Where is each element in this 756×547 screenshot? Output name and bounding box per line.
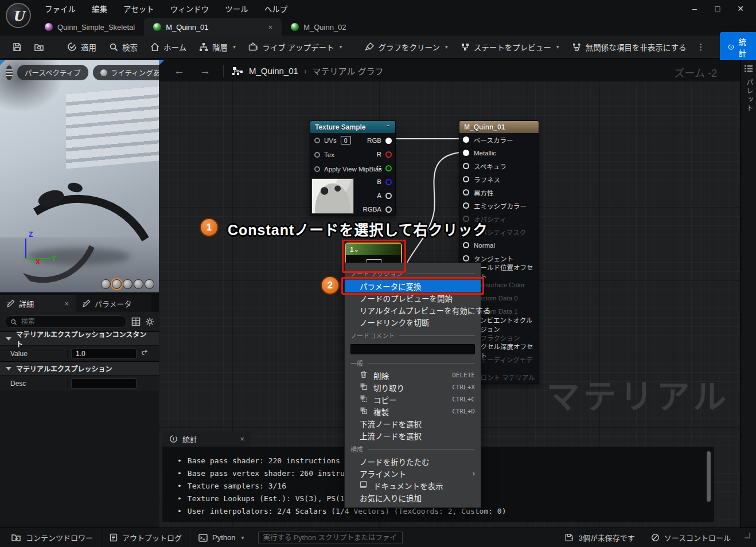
unsaved-assets-button[interactable]: * 3個が未保存です (556, 532, 642, 543)
collapse-chevron-icon[interactable]: ⌃ (386, 124, 391, 130)
menu-item-alignment[interactable]: アライメント› (345, 467, 481, 479)
category-material-expression[interactable]: マテリアルエクスプレッション (0, 361, 159, 375)
menu-item-cut[interactable]: 切り取りCTRL+X (345, 381, 481, 393)
menu-item-enable-realtime-preview[interactable]: リアルタイムプレビューを有効にする (345, 304, 481, 316)
material-graph-canvas[interactable]: マテリアル ← → M_Quinn_01 › マテリアル グラフ ズーム -2 … (159, 60, 740, 528)
nav-back-icon[interactable]: ← (169, 65, 189, 77)
hide-unrelated-button[interactable]: 無関係な項目を非表示にする (566, 38, 692, 56)
input-pin[interactable] (463, 242, 469, 248)
output-pin[interactable] (385, 206, 392, 213)
output-pin[interactable] (385, 193, 392, 199)
menu-item-delete[interactable]: 削除DELETE (345, 369, 481, 381)
view-mode-selector[interactable]: ライティングあり (93, 65, 159, 80)
minimize-button[interactable]: – (685, 2, 704, 15)
menu-item-select-upstream-nodes[interactable]: 上流ノードを選択 (345, 429, 481, 441)
value-input[interactable] (71, 349, 137, 359)
asset-tab-M_Quinn_02[interactable]: M_Quinn_02 (282, 18, 368, 36)
close-button[interactable]: ✕ (731, 2, 750, 15)
menu-item-5[interactable]: ヘルプ (258, 0, 295, 17)
maximize-button[interactable]: □ (708, 2, 727, 15)
nav-forward-icon[interactable]: → (195, 65, 215, 77)
menu-item-3[interactable]: ウィンドウ (163, 0, 216, 17)
shape-cube-button[interactable] (134, 279, 143, 289)
breadcrumb-asset[interactable]: M_Quinn_01 (249, 66, 298, 76)
node-comment-input[interactable] (350, 344, 475, 354)
menu-item-0[interactable]: ファイル (38, 0, 83, 17)
perspective-selector[interactable]: パースペクティブ (17, 65, 88, 80)
content-drawer-button[interactable]: コンテンツドロワー (3, 528, 101, 547)
search-button[interactable]: 検索 (103, 38, 143, 56)
tab-details[interactable]: 詳細 × (0, 295, 76, 312)
python-button[interactable]: Python ▾ (190, 528, 252, 547)
shape-sphere-button[interactable] (112, 279, 122, 289)
input-pin[interactable] (463, 136, 469, 143)
menu-item-duplicate[interactable]: 複製CTRL+D (345, 405, 481, 417)
input-pin[interactable] (463, 202, 469, 209)
close-icon[interactable]: × (258, 23, 273, 32)
menu-item-add-to-favorites[interactable]: お気に入りに追加 (345, 491, 481, 503)
apply-button[interactable]: 適用 (61, 38, 102, 56)
preview-state-button[interactable]: ステートをプレビュー ▾ (455, 38, 565, 56)
display-filter-grid-icon[interactable] (131, 317, 141, 326)
uv-index-box[interactable]: 0 (341, 136, 351, 144)
close-icon[interactable]: × (50, 299, 69, 308)
stats-scrollbar[interactable] (707, 451, 711, 502)
save-button[interactable] (7, 39, 28, 55)
output-pin[interactable] (385, 165, 392, 171)
breadcrumb-page[interactable]: マテリアル グラフ (313, 65, 384, 77)
tab-stats[interactable]: i 統計 × (162, 431, 251, 447)
preview-viewport[interactable]: パースペクティブ ライティングあり Z X Y (0, 60, 159, 292)
output-log-button[interactable]: アウトプットログ (102, 528, 190, 547)
collapse-chevron-icon[interactable]: ⌄ (353, 245, 359, 253)
more-options-icon[interactable]: ⋮ (693, 42, 708, 52)
menu-item-1[interactable]: 編集 (85, 0, 114, 17)
texture-sample-node[interactable]: Texture Sample ⌃ UVs0TexApply View MipBi… (310, 120, 396, 216)
home-button[interactable]: ホーム (145, 38, 192, 56)
settings-gear-icon[interactable] (145, 317, 154, 326)
menu-item-collapse-nodes[interactable]: ノードを折りたたむ (345, 455, 481, 467)
output-pin[interactable] (385, 151, 392, 158)
details-search-input[interactable] (21, 318, 121, 326)
menu-item-label: 削除 (373, 370, 389, 381)
window-resize-grip[interactable] (745, 533, 750, 538)
desc-input[interactable] (71, 378, 137, 389)
tab-parameters[interactable]: パラメータ (76, 295, 151, 312)
browse-to-asset-button[interactable] (29, 39, 50, 55)
shape-cylinder-button[interactable] (101, 279, 111, 289)
close-icon[interactable]: × (229, 435, 244, 443)
menu-item-convert-to-parameter[interactable]: パラメータに変換 (345, 280, 481, 292)
menu-item-show-documentation[interactable]: ドキュメントを表示 (345, 479, 481, 491)
source-control-button[interactable]: ソースコントロール (643, 532, 739, 543)
reset-to-default-icon[interactable] (141, 350, 149, 357)
details-search-box[interactable] (5, 315, 127, 328)
input-pin[interactable] (463, 150, 469, 156)
input-pin[interactable] (314, 166, 320, 172)
category-material-expression-constant[interactable]: マテリアルエクスプレッションコンスタント (0, 331, 159, 345)
input-pin[interactable] (463, 163, 469, 169)
shape-plane-button[interactable] (123, 279, 133, 289)
list-icon[interactable] (744, 65, 753, 73)
live-update-button[interactable]: ライブ アップデート ▾ (243, 38, 348, 56)
menu-item-4[interactable]: ツール (218, 0, 255, 17)
asset-tab-Quinn_Simple_Skeletal[interactable]: Quinn_Simple_Skeletal (36, 18, 144, 36)
tab-palette[interactable]: パレット (745, 79, 754, 113)
shape-custom-mesh-button[interactable] (145, 279, 154, 289)
output-pin[interactable] (385, 138, 392, 144)
input-pin[interactable] (463, 189, 469, 196)
clean-graph-button[interactable]: グラフをクリーン ▾ (359, 38, 453, 56)
menu-item-select-downstream-nodes[interactable]: 下流ノードを選択 (345, 417, 481, 429)
menu-item-copy[interactable]: コピーCTRL+C (345, 393, 481, 405)
input-pin[interactable] (314, 152, 320, 158)
unreal-logo-icon[interactable]: U (6, 3, 31, 28)
output-pin[interactable] (385, 179, 392, 185)
menu-item-2[interactable]: アセット (116, 0, 161, 17)
asset-tab-M_Quinn_01[interactable]: M_Quinn_01× (144, 18, 282, 36)
stats-button[interactable]: i 統計 (720, 32, 756, 62)
python-command-input[interactable] (258, 532, 403, 544)
input-pin[interactable] (463, 255, 469, 261)
hierarchy-button[interactable]: 階層 ▾ (193, 38, 241, 56)
input-pin[interactable] (314, 138, 320, 143)
menu-item-break-node-links[interactable]: ノードリンクを切断 (345, 316, 481, 328)
input-pin[interactable] (463, 176, 469, 182)
viewport-menu-icon[interactable] (6, 65, 13, 80)
